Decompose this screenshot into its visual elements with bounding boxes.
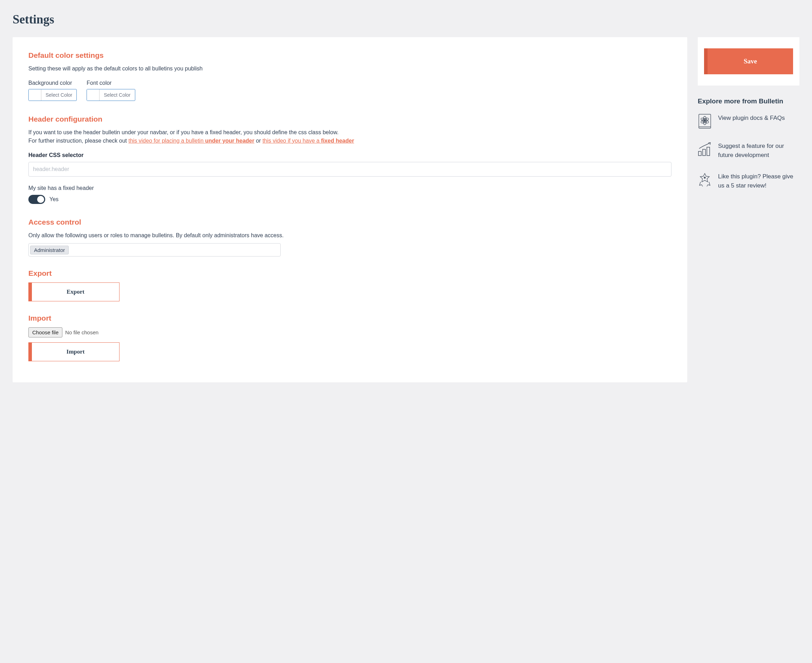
toggle-state-label: Yes	[49, 196, 58, 202]
bg-color-label: Background color	[28, 80, 77, 86]
layout: Default color settings Setting these wil…	[13, 37, 799, 382]
import-heading: Import	[28, 314, 671, 322]
header-config-desc2b: or	[254, 138, 262, 144]
save-card: Save	[698, 37, 799, 86]
sidebar-link-suggest[interactable]: Suggest a feature for our future develop…	[698, 142, 799, 159]
save-button[interactable]: Save	[704, 49, 793, 74]
video-link-under-header[interactable]: this video for placing a bulletin under …	[128, 138, 254, 144]
color-row: Background color Select Color Font color…	[28, 80, 671, 101]
sidebar-link-docs-text: View plugin docs & FAQs	[718, 113, 785, 123]
font-color-group: Font color Select Color	[87, 80, 135, 101]
svg-point-8	[704, 177, 705, 178]
svg-point-1	[704, 120, 706, 121]
svg-rect-5	[699, 151, 701, 155]
choose-file-button[interactable]: Choose file	[28, 327, 62, 338]
color-settings-heading: Default color settings	[28, 51, 671, 60]
export-section: Export Export	[28, 269, 671, 301]
bg-color-swatch	[29, 89, 41, 100]
access-control-desc: Only allow the following users or roles …	[28, 231, 671, 240]
import-button[interactable]: Import	[28, 342, 120, 361]
video-link-fixed-header[interactable]: this video if you have a fixed header	[262, 138, 354, 144]
font-color-swatch	[87, 89, 100, 100]
fixed-header-toggle[interactable]	[28, 195, 45, 204]
export-button[interactable]: Export	[28, 283, 120, 301]
header-config-desc2a: For further instruction, please check ou…	[28, 138, 128, 144]
sidebar-link-review[interactable]: Like this plugin? Please give us a 5 sta…	[698, 172, 799, 190]
main-panel: Default color settings Setting these wil…	[13, 37, 687, 382]
font-color-picker[interactable]: Select Color	[87, 89, 135, 101]
header-config-section: Header configuration If you want to use …	[28, 115, 671, 204]
sidebar-link-suggest-text: Suggest a feature for our future develop…	[718, 142, 799, 159]
fixed-header-label: My site has a fixed header	[28, 185, 671, 191]
bg-color-picker-label: Select Color	[41, 89, 76, 100]
atom-book-icon	[698, 113, 712, 129]
toggle-knob	[37, 196, 44, 203]
role-tag-administrator[interactable]: Administrator	[30, 246, 69, 254]
sidebar-link-docs[interactable]: View plugin docs & FAQs	[698, 113, 799, 129]
explore-heading: Explore more from Bulletin	[698, 97, 799, 105]
page-title: Settings	[13, 13, 799, 27]
font-color-picker-label: Select Color	[100, 89, 134, 100]
bg-color-group: Background color Select Color	[28, 80, 77, 101]
sidebar: Save Explore more from Bulletin View plu…	[698, 37, 799, 202]
header-config-desc: If you want to use the header bulletin u…	[28, 128, 671, 145]
svg-rect-7	[707, 147, 710, 155]
access-control-heading: Access control	[28, 218, 671, 226]
file-row: Choose file No file chosen	[28, 327, 671, 338]
bg-color-picker[interactable]: Select Color	[28, 89, 77, 101]
growth-chart-icon	[698, 142, 712, 157]
header-config-heading: Header configuration	[28, 115, 671, 123]
fixed-header-toggle-row: Yes	[28, 195, 671, 204]
export-heading: Export	[28, 269, 671, 278]
access-control-section: Access control Only allow the following …	[28, 218, 671, 257]
css-selector-input[interactable]	[28, 162, 671, 176]
import-section: Import Choose file No file chosen Import	[28, 314, 671, 361]
color-settings-section: Default color settings Setting these wil…	[28, 51, 671, 101]
font-color-label: Font color	[87, 80, 135, 86]
header-config-desc1: If you want to use the header bulletin u…	[28, 129, 338, 135]
file-status: No file chosen	[65, 329, 99, 335]
svg-rect-6	[703, 149, 705, 155]
access-control-input[interactable]: Administrator	[28, 243, 281, 257]
css-selector-label: Header CSS selector	[28, 152, 671, 158]
star-award-icon	[698, 172, 712, 188]
sidebar-link-review-text: Like this plugin? Please give us a 5 sta…	[718, 172, 799, 190]
color-settings-desc: Setting these will apply as the default …	[28, 65, 671, 73]
